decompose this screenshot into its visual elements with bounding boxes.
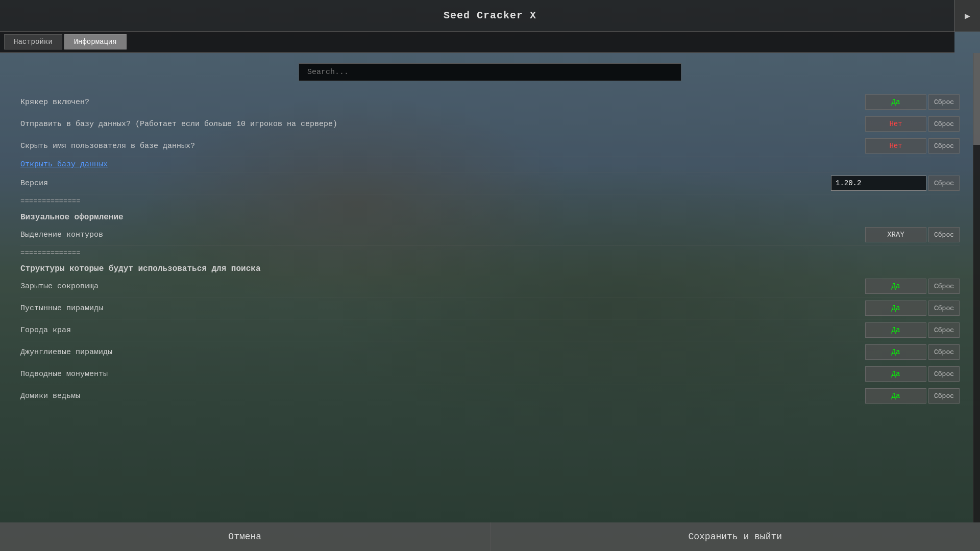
search-container bbox=[20, 63, 960, 81]
label-hide-username: Скрыть имя пользователя в базе данных? bbox=[20, 142, 195, 151]
value-btn-hide-username[interactable]: Нет bbox=[865, 138, 926, 154]
separator-1: ============== bbox=[20, 194, 960, 209]
controls-version: Сброс bbox=[831, 176, 960, 191]
controls-desert-pyramids: Да Сброс bbox=[865, 300, 960, 316]
tab-info[interactable]: Информация bbox=[64, 34, 127, 49]
value-btn-ocean-monuments[interactable]: Да bbox=[865, 366, 926, 382]
row-witch-huts: Домики ведьмы Да Сброс bbox=[20, 385, 960, 407]
controls-buried-treasure: Да Сброс bbox=[865, 279, 960, 294]
reset-btn-end-cities[interactable]: Сброс bbox=[928, 322, 960, 338]
search-input[interactable] bbox=[299, 63, 681, 81]
controls-cracker-enabled: Да Сброс bbox=[865, 94, 960, 110]
controls-hide-username: Нет Сброс bbox=[865, 138, 960, 154]
app-title: Seed Cracker X bbox=[444, 10, 536, 21]
value-btn-buried-treasure[interactable]: Да bbox=[865, 279, 926, 294]
tab-settings[interactable]: Настройки bbox=[4, 34, 62, 49]
row-desert-pyramids: Пустынные пирамиды Да Сброс bbox=[20, 297, 960, 319]
bottom-bar: Отмена Сохранить и выйти bbox=[0, 522, 980, 551]
label-witch-huts: Домики ведьмы bbox=[20, 392, 80, 400]
reset-btn-hide-username[interactable]: Сброс bbox=[928, 138, 960, 154]
title-bar: Seed Cracker X ▶ bbox=[0, 0, 980, 32]
value-btn-cracker-enabled[interactable]: Да bbox=[865, 94, 926, 110]
value-btn-send-to-db[interactable]: Нет bbox=[865, 116, 926, 132]
row-outline: Выделение контуров XRAY Сброс bbox=[20, 224, 960, 246]
value-btn-end-cities[interactable]: Да bbox=[865, 322, 926, 338]
row-send-to-db: Отправить в базу данных? (Работает если … bbox=[20, 113, 960, 135]
reset-btn-version[interactable]: Сброс bbox=[928, 176, 960, 191]
label-outline: Выделение контуров bbox=[20, 231, 103, 239]
label-buried-treasure: Зарытые сокровища bbox=[20, 282, 99, 291]
close-button[interactable]: ▶ bbox=[954, 0, 980, 32]
controls-send-to-db: Нет Сброс bbox=[865, 116, 960, 132]
row-open-db: Открыть базу данных bbox=[20, 157, 960, 172]
label-jungle-pyramids: Джунглиевые пирамиды bbox=[20, 348, 112, 357]
tab-bar: Настройки Информация bbox=[0, 32, 954, 53]
reset-btn-ocean-monuments[interactable]: Сброс bbox=[928, 366, 960, 382]
value-btn-witch-huts[interactable]: Да bbox=[865, 388, 926, 404]
label-cracker-enabled: Крякер включен? bbox=[20, 98, 89, 107]
row-version: Версия Сброс bbox=[20, 172, 960, 194]
row-hide-username: Скрыть имя пользователя в базе данных? Н… bbox=[20, 135, 960, 157]
row-end-cities: Города края Да Сброс bbox=[20, 319, 960, 341]
row-ocean-monuments: Подводные монументы Да Сброс bbox=[20, 363, 960, 385]
value-btn-jungle-pyramids[interactable]: Да bbox=[865, 344, 926, 360]
reset-btn-jungle-pyramids[interactable]: Сброс bbox=[928, 344, 960, 360]
link-open-db[interactable]: Открыть базу данных bbox=[20, 160, 108, 169]
label-ocean-monuments: Подводные монументы bbox=[20, 370, 108, 379]
separator-2: ============== bbox=[20, 246, 960, 260]
controls-end-cities: Да Сброс bbox=[865, 322, 960, 338]
controls-ocean-monuments: Да Сброс bbox=[865, 366, 960, 382]
save-button[interactable]: Сохранить и выйти bbox=[491, 522, 981, 551]
reset-btn-cracker-enabled[interactable]: Сброс bbox=[928, 94, 960, 110]
content-area[interactable]: Крякер включен? Да Сброс Отправить в баз… bbox=[0, 53, 980, 522]
controls-outline: XRAY Сброс bbox=[865, 227, 960, 242]
reset-btn-outline[interactable]: Сброс bbox=[928, 227, 960, 242]
value-btn-outline[interactable]: XRAY bbox=[865, 227, 926, 242]
reset-btn-buried-treasure[interactable]: Сброс bbox=[928, 279, 960, 294]
row-cracker-enabled: Крякер включен? Да Сброс bbox=[20, 91, 960, 113]
label-end-cities: Города края bbox=[20, 326, 71, 335]
scrollbar-thumb[interactable] bbox=[973, 53, 980, 145]
structures-section-header: Структуры которые будут использоваться д… bbox=[20, 260, 960, 276]
controls-jungle-pyramids: Да Сброс bbox=[865, 344, 960, 360]
label-desert-pyramids: Пустынные пирамиды bbox=[20, 304, 103, 313]
reset-btn-desert-pyramids[interactable]: Сброс bbox=[928, 300, 960, 316]
row-jungle-pyramids: Джунглиевые пирамиды Да Сброс bbox=[20, 341, 960, 363]
controls-witch-huts: Да Сброс bbox=[865, 388, 960, 404]
label-send-to-db: Отправить в базу данных? (Работает если … bbox=[20, 120, 337, 129]
visual-section-header: Визуальное оформление bbox=[20, 209, 960, 224]
scrollbar-track bbox=[973, 53, 980, 522]
value-btn-desert-pyramids[interactable]: Да bbox=[865, 300, 926, 316]
input-version[interactable] bbox=[831, 176, 926, 191]
reset-btn-send-to-db[interactable]: Сброс bbox=[928, 116, 960, 132]
row-buried-treasure: Зарытые сокровища Да Сброс bbox=[20, 276, 960, 297]
label-version: Версия bbox=[20, 179, 48, 188]
reset-btn-witch-huts[interactable]: Сброс bbox=[928, 388, 960, 404]
cancel-button[interactable]: Отмена bbox=[0, 522, 491, 551]
